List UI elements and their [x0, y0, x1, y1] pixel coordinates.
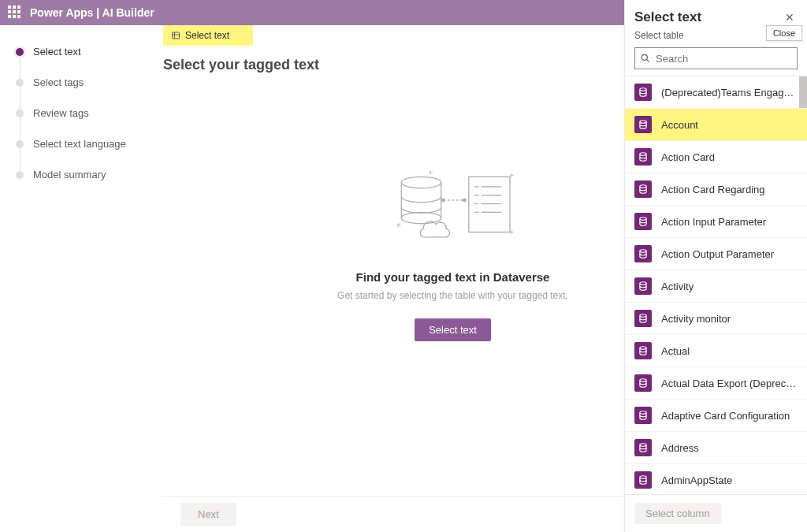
table-row[interactable]: Action Input Parameter — [625, 206, 807, 238]
table-row-label: AdminAppState — [661, 474, 732, 486]
svg-point-18 — [640, 88, 646, 91]
svg-point-26 — [640, 347, 646, 350]
select-text-panel: Select text ✕ Close Select table (Deprec… — [624, 0, 807, 532]
step-label: Model summary — [33, 169, 106, 180]
entity-icon — [634, 213, 652, 230]
next-button[interactable]: Next — [180, 503, 236, 526]
table-row[interactable]: Action Card — [625, 141, 807, 173]
step-label: Select tags — [33, 76, 84, 88]
step-label: Select text language — [33, 138, 126, 150]
svg-point-28 — [640, 411, 646, 415]
entity-icon — [634, 471, 652, 489]
table-row[interactable]: Activity — [625, 270, 807, 303]
select-column-button[interactable]: Select column — [634, 503, 721, 524]
step-item[interactable]: Select tags — [16, 76, 152, 88]
waffle-icon[interactable] — [8, 6, 22, 20]
table-row[interactable]: Activity monitor — [625, 303, 807, 335]
table-row-label: Address — [661, 442, 699, 454]
table-row-label: Action Card Regarding — [661, 184, 765, 195]
scrollbar-thumb[interactable] — [799, 76, 807, 108]
table-row-label: Activity — [661, 281, 694, 292]
empty-subtext: Get started by selecting the table with … — [337, 290, 568, 301]
table-row-label: Account — [661, 119, 698, 131]
svg-point-25 — [640, 314, 646, 318]
step-dot-icon — [16, 140, 24, 148]
step-item[interactable]: Model summary — [16, 169, 152, 180]
svg-point-16 — [642, 54, 647, 60]
table-row-label: Action Output Parameter — [661, 248, 774, 260]
svg-point-29 — [640, 444, 646, 447]
table-row[interactable]: Action Output Parameter — [625, 238, 807, 270]
step-dot-icon — [16, 110, 24, 117]
search-icon — [640, 53, 651, 64]
svg-point-4 — [401, 212, 441, 223]
svg-rect-0 — [173, 32, 180, 39]
database-cloud-illustration — [382, 168, 524, 247]
breadcrumb[interactable]: Select text — [163, 25, 253, 46]
svg-point-24 — [640, 282, 646, 285]
svg-point-5 — [441, 199, 444, 202]
table-row[interactable]: Adaptive Card Configuration — [625, 400, 807, 432]
step-label: Select text — [33, 46, 81, 58]
svg-point-30 — [640, 476, 646, 479]
table-row-label: Adaptive Card Configuration — [661, 410, 790, 422]
entity-icon — [634, 374, 652, 392]
entity-icon — [634, 116, 652, 133]
step-item[interactable]: Select text — [16, 46, 152, 58]
step-dot-icon — [16, 79, 24, 87]
select-text-button[interactable]: Select text — [415, 318, 491, 341]
entity-icon — [634, 342, 652, 359]
table-row[interactable]: AdminAppState — [625, 464, 807, 494]
table-row-label: (Deprecated)Teams Engagement Co... — [661, 87, 798, 99]
table-row-label: Actual — [661, 345, 690, 357]
table-row-label: Action Card — [661, 151, 715, 163]
entity-icon — [634, 439, 652, 456]
svg-line-17 — [647, 60, 649, 62]
search-box[interactable] — [634, 47, 798, 69]
search-input[interactable] — [656, 53, 792, 65]
svg-point-19 — [640, 121, 646, 124]
svg-point-3 — [401, 177, 441, 188]
svg-point-23 — [640, 250, 646, 253]
svg-point-20 — [640, 153, 646, 156]
entity-icon — [634, 310, 652, 327]
table-row[interactable]: Action Card Regarding — [625, 173, 807, 206]
step-dot-icon — [16, 48, 24, 56]
table-list[interactable]: (Deprecated)Teams Engagement Co...Accoun… — [625, 76, 807, 494]
table-row-label: Actual Data Export (Deprecated) — [661, 378, 798, 389]
entity-icon — [634, 277, 652, 295]
svg-point-21 — [640, 185, 646, 188]
svg-rect-7 — [468, 177, 509, 232]
step-dot-icon — [16, 171, 24, 179]
table-row[interactable]: (Deprecated)Teams Engagement Co... — [625, 76, 807, 109]
step-item[interactable]: Review tags — [16, 107, 152, 119]
steps-sidebar: Select textSelect tagsReview tagsSelect … — [0, 25, 162, 532]
entity-icon — [634, 407, 652, 424]
close-tooltip: Close — [766, 25, 802, 41]
empty-heading: Find your tagged text in Dataverse — [356, 270, 550, 284]
entity-icon — [634, 180, 652, 198]
step-label: Review tags — [33, 107, 89, 119]
app-title: Power Apps | AI Builder — [30, 6, 154, 19]
svg-point-6 — [463, 199, 466, 202]
table-icon — [171, 31, 180, 40]
table-row[interactable]: Actual Data Export (Deprecated) — [625, 367, 807, 400]
step-item[interactable]: Select text language — [16, 138, 152, 150]
entity-icon — [634, 245, 652, 262]
entity-icon — [634, 148, 652, 166]
entity-icon — [634, 84, 652, 101]
table-row[interactable]: Account — [625, 109, 807, 141]
table-row-label: Activity monitor — [661, 313, 731, 325]
svg-point-22 — [640, 218, 646, 221]
breadcrumb-label: Select text — [185, 30, 229, 41]
panel-title: Select text — [634, 9, 701, 25]
svg-point-27 — [640, 379, 646, 382]
panel-header: Select text ✕ Close — [625, 0, 807, 27]
close-icon[interactable]: ✕ — [782, 8, 798, 27]
table-row-label: Action Input Parameter — [661, 216, 766, 228]
table-row[interactable]: Actual — [625, 335, 807, 367]
table-row[interactable]: Address — [625, 432, 807, 464]
panel-footer: Select column — [625, 494, 807, 532]
